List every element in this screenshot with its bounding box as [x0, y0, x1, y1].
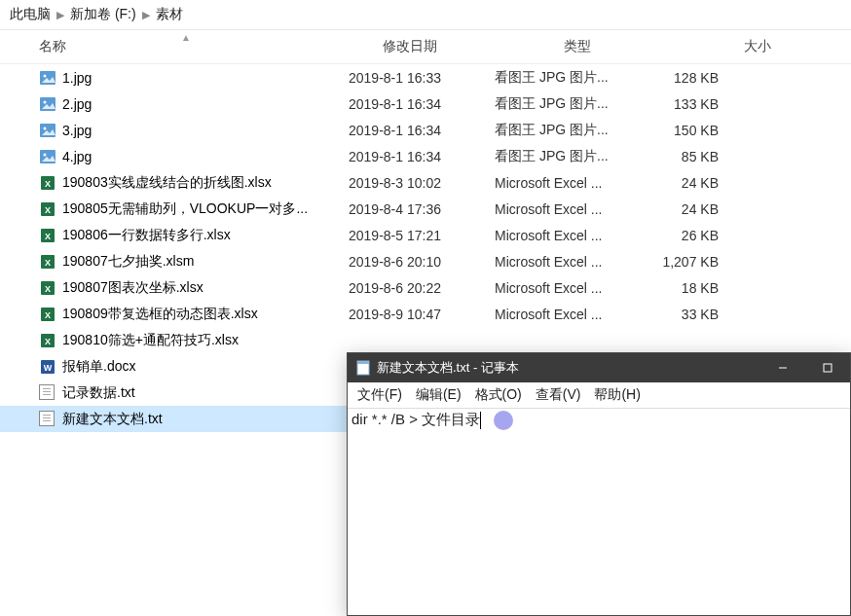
notepad-menubar: 文件(F) 编辑(E) 格式(O) 查看(V) 帮助(H): [348, 382, 850, 409]
file-date: 2019-8-6 20:22: [349, 280, 495, 296]
file-date: 2019-8-3 10:02: [349, 175, 495, 191]
minimize-button[interactable]: [760, 353, 805, 382]
file-date: 2019-8-1 16:34: [349, 149, 495, 164]
chevron-right-icon: ▶: [56, 9, 64, 21]
file-type: Microsoft Excel ...: [495, 175, 641, 191]
text-caret: [480, 412, 481, 429]
menu-edit[interactable]: 编辑(E): [416, 386, 462, 404]
file-size: 128 KB: [641, 70, 738, 86]
file-size: 24 KB: [641, 175, 738, 191]
svg-text:X: X: [45, 284, 51, 294]
file-row[interactable]: X190809带复选框的动态图表.xlsx2019-8-9 10:47Micro…: [0, 301, 851, 327]
file-name: 190807七夕抽奖.xlsm: [62, 253, 349, 271]
file-row[interactable]: 1.jpg2019-8-1 16:33看图王 JPG 图片...128 KB: [0, 64, 851, 91]
xls-file-icon: X: [39, 227, 56, 244]
doc-file-icon: W: [39, 358, 56, 376]
svg-text:X: X: [45, 205, 51, 215]
svg-text:X: X: [45, 337, 51, 346]
file-type: Microsoft Excel ...: [495, 228, 641, 243]
file-size: 18 KB: [641, 280, 738, 296]
breadcrumb-item[interactable]: 新加卷 (F:): [70, 6, 136, 23]
svg-rect-27: [824, 364, 832, 372]
file-size: 26 KB: [641, 228, 738, 243]
breadcrumb-item[interactable]: 素材: [156, 6, 183, 23]
file-name: 3.jpg: [62, 123, 349, 138]
jpg-file-icon: [39, 95, 56, 113]
file-name: 190810筛选+通配符技巧.xlsx: [62, 332, 349, 349]
notepad-editor[interactable]: dir *.* /B > 文件目录: [348, 409, 850, 431]
file-size: 1,207 KB: [641, 254, 738, 270]
menu-format[interactable]: 格式(O): [475, 386, 522, 404]
file-type: 看图王 JPG 图片...: [495, 148, 641, 165]
svg-text:W: W: [44, 363, 53, 373]
notepad-title: 新建文本文档.txt - 记事本: [377, 359, 519, 377]
column-name[interactable]: 名称: [39, 38, 349, 55]
menu-view[interactable]: 查看(V): [536, 386, 581, 404]
svg-text:X: X: [45, 310, 51, 320]
file-date: 2019-8-6 20:10: [349, 254, 495, 270]
svg-point-1: [44, 74, 47, 77]
notepad-text: dir *.* /B > 文件目录: [352, 411, 480, 427]
jpg-file-icon: [39, 69, 56, 87]
file-size: 24 KB: [641, 201, 738, 217]
file-type: 看图王 JPG 图片...: [495, 122, 641, 139]
cursor-indicator-icon: [494, 411, 513, 430]
file-name: 190803实线虚线结合的折线图.xlsx: [62, 174, 349, 192]
file-row[interactable]: X190803实线虚线结合的折线图.xlsx2019-8-3 10:02Micr…: [0, 169, 851, 196]
txt-file-icon: [39, 411, 56, 428]
file-date: 2019-8-4 17:36: [349, 201, 495, 217]
notepad-titlebar[interactable]: 新建文本文档.txt - 记事本: [348, 353, 850, 382]
file-name: 190809带复选框的动态图表.xlsx: [62, 306, 349, 323]
svg-point-5: [44, 127, 47, 129]
file-type: Microsoft Excel ...: [495, 201, 641, 217]
column-type[interactable]: 类型: [564, 38, 710, 55]
jpg-file-icon: [39, 148, 56, 165]
file-date: 2019-8-1 16:33: [349, 70, 495, 86]
breadcrumb-item[interactable]: 此电脑: [10, 6, 51, 23]
file-row[interactable]: 3.jpg2019-8-1 16:34看图王 JPG 图片...150 KB: [0, 117, 851, 143]
svg-rect-25: [357, 361, 369, 364]
chevron-right-icon: ▶: [142, 9, 150, 21]
file-date: 2019-8-1 16:34: [349, 123, 495, 138]
file-date: 2019-8-1 16:34: [349, 96, 495, 112]
file-name: 1.jpg: [62, 70, 349, 86]
xls-file-icon: X: [39, 200, 56, 218]
xls-file-icon: X: [39, 174, 56, 192]
jpg-file-icon: [39, 122, 56, 139]
txt-file-icon: [39, 384, 56, 402]
file-name: 报销单.docx: [62, 358, 349, 376]
file-row[interactable]: 4.jpg2019-8-1 16:34看图王 JPG 图片...85 KB: [0, 143, 851, 169]
file-name: 190807图表次坐标.xlsx: [62, 279, 349, 297]
file-row[interactable]: X190807七夕抽奖.xlsm2019-8-6 20:10Microsoft …: [0, 248, 851, 274]
file-size: 150 KB: [641, 123, 738, 138]
notepad-icon: [355, 360, 371, 376]
file-name: 190805无需辅助列，VLOOKUP一对多...: [62, 200, 349, 218]
menu-file[interactable]: 文件(F): [357, 386, 402, 404]
menu-help[interactable]: 帮助(H): [594, 386, 640, 404]
file-name: 2.jpg: [62, 96, 349, 112]
file-name: 190806一行数据转多行.xlsx: [62, 227, 349, 244]
maximize-button[interactable]: [805, 353, 850, 382]
file-row[interactable]: X190807图表次坐标.xlsx2019-8-6 20:22Microsoft…: [0, 274, 851, 301]
notepad-window: 新建文本文档.txt - 记事本 文件(F) 编辑(E) 格式(O) 查看(V)…: [347, 352, 851, 616]
svg-text:X: X: [45, 179, 51, 189]
file-date: 2019-8-5 17:21: [349, 228, 495, 243]
column-size[interactable]: 大小: [744, 38, 841, 55]
file-row[interactable]: 2.jpg2019-8-1 16:34看图王 JPG 图片...133 KB: [0, 91, 851, 117]
file-row[interactable]: X190805无需辅助列，VLOOKUP一对多...2019-8-4 17:36…: [0, 196, 851, 222]
file-row[interactable]: X190810筛选+通配符技巧.xlsx: [0, 327, 851, 353]
breadcrumb[interactable]: 此电脑 ▶ 新加卷 (F:) ▶ 素材: [0, 0, 851, 30]
column-headers: ▲ 名称 修改日期 类型 大小: [0, 30, 851, 64]
file-type: Microsoft Excel ...: [495, 254, 641, 270]
xls-file-icon: X: [39, 253, 56, 271]
svg-point-3: [44, 100, 47, 103]
file-size: 33 KB: [641, 307, 738, 322]
file-type: 看图王 JPG 图片...: [495, 69, 641, 87]
file-type: Microsoft Excel ...: [495, 280, 641, 296]
file-size: 85 KB: [641, 149, 738, 164]
svg-text:X: X: [45, 232, 51, 241]
file-row[interactable]: X190806一行数据转多行.xlsx2019-8-5 17:21Microso…: [0, 222, 851, 248]
xls-file-icon: X: [39, 306, 56, 323]
column-date[interactable]: 修改日期: [383, 38, 529, 55]
file-name: 新建文本文档.txt: [62, 411, 349, 428]
